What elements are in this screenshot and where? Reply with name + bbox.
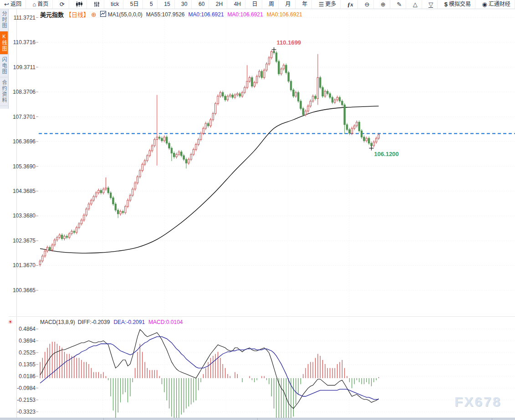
zoom-out-icon: ⊖ <box>364 1 369 7</box>
toolbar-button-back[interactable]: ↩返回 <box>0 0 26 9</box>
toolbar-button-draw-pencil[interactable]: ✎ <box>393 0 406 9</box>
fx-functions-icon: ƒx <box>347 1 353 7</box>
refresh-icon: ⟳ <box>60 1 65 7</box>
interval-60-label: 60 <box>199 0 204 9</box>
triangle-up-icon: △ <box>413 1 418 7</box>
fx678-brand-icon: ◉ <box>482 1 487 7</box>
toolbar-button-more[interactable]: ☰更多 <box>315 0 341 9</box>
draw-pencil-icon: ✎ <box>397 1 402 7</box>
toolbar-button-interval-5d[interactable]: 5日 <box>126 0 143 9</box>
charting-app: { "toolbar": { "items": [ {"name":"back"… <box>0 0 515 420</box>
toolbar-button-interval-tick[interactable]: tick <box>107 0 123 9</box>
back-icon: ↩ <box>4 1 9 7</box>
toolbar-button-zoom-out[interactable]: ⊖ <box>360 0 374 9</box>
scrollbar-tick <box>103 418 104 420</box>
macd-title: MACD(13,8,9) <box>40 319 75 325</box>
chart-canvas[interactable] <box>0 0 515 420</box>
toolbar-button-home[interactable]: ⌂首页 <box>28 0 53 9</box>
toolbar-button-interval-60[interactable]: 60 <box>194 0 209 9</box>
triangle-down-icon: ▽ <box>428 1 433 8</box>
toolbar-button-fx678-brand[interactable]: ◉汇通财经 <box>478 0 515 9</box>
indicator-settings-icon <box>94 1 100 7</box>
interval-month-label: 月 <box>286 0 291 9</box>
interval-4h-label: 4H <box>234 0 241 9</box>
scrollbar-tick <box>492 418 492 420</box>
macd-histogram-layer <box>40 342 379 420</box>
toolbar-button-interval-5[interactable]: 5 <box>146 0 158 9</box>
toolbar-button-triangle-up[interactable]: △ <box>409 0 422 9</box>
toolbar-button-interval-30[interactable]: 30 <box>177 0 192 9</box>
ma0-value-magenta: MA0:106.6921 <box>228 11 263 18</box>
interval-5d-label: 5日 <box>130 0 139 9</box>
toolbar-button-fx-functions[interactable]: ƒx <box>343 0 358 9</box>
toolbar-button-chart-type[interactable] <box>71 0 87 9</box>
more-label: 更多 <box>325 0 336 9</box>
macd-dea-value: DEA:-0.2091 <box>113 319 145 325</box>
chart-type-icon <box>76 1 82 7</box>
interval-15-label: 15 <box>164 0 170 9</box>
toolbar-button-zoom-in[interactable]: ⊕ <box>377 0 390 9</box>
scrollbar-tick <box>257 418 258 420</box>
zoom-in-icon: ⊕ <box>381 1 386 7</box>
sim-trading-label: 模拟交易 <box>449 0 471 9</box>
interval-day-label: 日 <box>252 0 258 9</box>
candles-layer <box>39 47 379 267</box>
add-indicator-button[interactable]: ⊕ <box>91 11 97 18</box>
macd-settings-icon[interactable]: ☀ <box>8 319 13 325</box>
macd-dea-line <box>40 337 379 400</box>
interval-30-label: 30 <box>181 0 187 9</box>
interval-year-label: 年 <box>302 0 307 9</box>
sidebar-tab-lightning-chart[interactable]: 闪电图 <box>0 55 8 77</box>
toolbar-button-interval-month[interactable]: 月 <box>281 0 296 9</box>
toolbar-button-sim-trading[interactable]: $模拟交易 <box>440 0 475 9</box>
ma-settings-label: MA1(55,0,0,0) <box>108 11 143 18</box>
sidebar: 分时图K线图闪电图合约资料 <box>0 9 9 109</box>
home-icon: ⌂ <box>32 1 36 7</box>
sidebar-tab-time-chart[interactable]: 分时图 <box>0 9 8 31</box>
ma55-value: MA55:107.9526 <box>146 11 185 18</box>
sidebar-tab-contract-info[interactable]: 合约资料 <box>0 77 8 106</box>
macd-diff-line <box>40 329 379 408</box>
sidebar-tab-kline-chart[interactable]: K线图 <box>0 31 8 55</box>
toolbar-button-interval-year[interactable]: 年 <box>298 0 312 9</box>
period-label: 【日线】 <box>66 10 89 19</box>
interval-week-label: 周 <box>269 0 274 9</box>
ma0-value-orange: MA0:106.6921 <box>267 11 302 18</box>
interval-tick-label: tick <box>111 0 119 9</box>
symbol-name: 美元指数 <box>40 10 64 19</box>
mini-chart-icon <box>100 11 106 18</box>
toolbar-button-interval-2h[interactable]: 2H <box>212 0 227 9</box>
home-label: 首页 <box>37 0 48 9</box>
back-label: 返回 <box>10 0 21 9</box>
toolbar-button-indicator-settings[interactable] <box>90 0 104 9</box>
high-price-annotation: 110.1699 <box>277 39 301 46</box>
toolbar-button-interval-15[interactable]: 15 <box>160 0 174 9</box>
low-price-annotation: 106.1200 <box>374 151 399 157</box>
macd-diff-value: DIFF:-0.2039 <box>78 319 110 325</box>
toolbar-button-triangle-down[interactable]: ▽ <box>424 0 438 9</box>
fx678-brand-label: 汇通财经 <box>489 0 510 9</box>
interval-5-label: 5 <box>150 0 153 9</box>
macd-macd-value: MACD:0.0104 <box>148 319 183 325</box>
bottom-scrollbar[interactable] <box>0 418 515 420</box>
ma0-value-blue: MA0:106.6921 <box>189 11 224 18</box>
sim-trading-icon: $ <box>444 1 448 7</box>
toolbar-button-interval-day[interactable]: 日 <box>248 0 262 9</box>
toolbar-button-interval-4h[interactable]: 4H <box>230 0 245 9</box>
toolbar-button-refresh[interactable]: ⟳ <box>56 0 69 9</box>
macd-header: MACD(13,8,9) DIFF:-0.2039 DEA:-0.2091 MA… <box>40 319 183 325</box>
interval-2h-label: 2H <box>216 0 223 9</box>
more-icon: ☰ <box>319 1 324 7</box>
toolbar: ↩返回⌂首页⟳tick5日51530602H4H日周月年☰更多ƒx⊖⊕✎△▽$模… <box>0 0 515 9</box>
toolbar-button-interval-week[interactable]: 周 <box>265 0 279 9</box>
main-chart-header: 美元指数 【日线】 ⊕ MA1(55,0,0,0) MA55:107.9526 … <box>40 10 302 19</box>
